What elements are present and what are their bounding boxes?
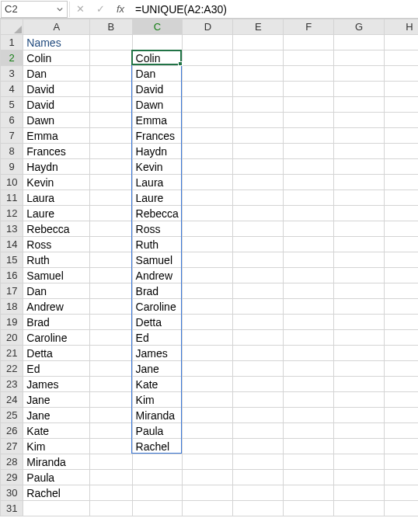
cell-E28[interactable] xyxy=(233,454,284,470)
cell-E17[interactable] xyxy=(233,283,284,299)
cell-D29[interactable] xyxy=(183,470,233,485)
cell-E4[interactable] xyxy=(233,82,284,97)
row-header-30[interactable]: 30 xyxy=(1,485,23,501)
row-header-25[interactable]: 25 xyxy=(1,408,23,423)
cell-C9[interactable]: Kevin xyxy=(132,159,183,175)
cell-B22[interactable] xyxy=(90,361,132,377)
column-header-C[interactable]: C xyxy=(132,19,183,35)
cell-A24[interactable]: Jane xyxy=(23,392,90,408)
row-header-16[interactable]: 16 xyxy=(1,268,23,283)
cell-D18[interactable] xyxy=(183,299,233,315)
cell-E25[interactable] xyxy=(233,408,284,423)
cell-H9[interactable] xyxy=(385,159,419,175)
cell-G17[interactable] xyxy=(334,283,385,299)
cell-E31[interactable] xyxy=(233,501,284,516)
cell-F21[interactable] xyxy=(284,346,334,361)
cell-D8[interactable] xyxy=(183,144,233,159)
cell-F25[interactable] xyxy=(284,408,334,423)
cell-E16[interactable] xyxy=(233,268,284,283)
cell-A29[interactable]: Paula xyxy=(23,470,90,485)
row-header-9[interactable]: 9 xyxy=(1,159,23,175)
cell-C14[interactable]: Ruth xyxy=(132,237,183,252)
cell-F9[interactable] xyxy=(284,159,334,175)
cell-A12[interactable]: Laure xyxy=(23,206,90,221)
cell-B5[interactable] xyxy=(90,97,132,113)
cell-C12[interactable]: Rebecca xyxy=(132,206,183,221)
row-header-5[interactable]: 5 xyxy=(1,97,23,113)
cell-F11[interactable] xyxy=(284,190,334,206)
cell-F14[interactable] xyxy=(284,237,334,252)
cell-C22[interactable]: Jane xyxy=(132,361,183,377)
cell-H29[interactable] xyxy=(385,470,419,485)
cell-C8[interactable]: Haydn xyxy=(132,144,183,159)
cell-F26[interactable] xyxy=(284,423,334,439)
cell-C30[interactable] xyxy=(132,485,183,501)
name-box[interactable]: C2 xyxy=(1,1,68,18)
cell-E19[interactable] xyxy=(233,315,284,330)
cell-A8[interactable]: Frances xyxy=(23,144,90,159)
cell-G30[interactable] xyxy=(334,485,385,501)
cell-C3[interactable]: Dan xyxy=(132,66,183,82)
cell-G8[interactable] xyxy=(334,144,385,159)
cell-A9[interactable]: Haydn xyxy=(23,159,90,175)
cell-D21[interactable] xyxy=(183,346,233,361)
cell-G10[interactable] xyxy=(334,175,385,190)
cell-C10[interactable]: Laura xyxy=(132,175,183,190)
cell-H23[interactable] xyxy=(385,377,419,392)
cell-E23[interactable] xyxy=(233,377,284,392)
cell-B28[interactable] xyxy=(90,454,132,470)
cell-H22[interactable] xyxy=(385,361,419,377)
cell-C29[interactable] xyxy=(132,470,183,485)
row-header-3[interactable]: 3 xyxy=(1,66,23,82)
cell-D6[interactable] xyxy=(183,113,233,128)
row-header-7[interactable]: 7 xyxy=(1,128,23,144)
cell-H6[interactable] xyxy=(385,113,419,128)
cell-F19[interactable] xyxy=(284,315,334,330)
spreadsheet-grid[interactable]: ABCDEFGH 1Names2ColinColin3DanDan4DavidD… xyxy=(0,19,418,516)
cell-G25[interactable] xyxy=(334,408,385,423)
cell-D24[interactable] xyxy=(183,392,233,408)
cell-B9[interactable] xyxy=(90,159,132,175)
cell-B11[interactable] xyxy=(90,190,132,206)
cell-B18[interactable] xyxy=(90,299,132,315)
row-header-27[interactable]: 27 xyxy=(1,439,23,454)
row-header-2[interactable]: 2 xyxy=(1,50,23,66)
cell-C26[interactable]: Paula xyxy=(132,423,183,439)
cell-F10[interactable] xyxy=(284,175,334,190)
cell-C7[interactable]: Frances xyxy=(132,128,183,144)
cell-D5[interactable] xyxy=(183,97,233,113)
column-header-E[interactable]: E xyxy=(233,19,284,35)
cell-F13[interactable] xyxy=(284,221,334,237)
cell-H16[interactable] xyxy=(385,268,419,283)
cell-B6[interactable] xyxy=(90,113,132,128)
cell-H15[interactable] xyxy=(385,252,419,268)
cell-A5[interactable]: David xyxy=(23,97,90,113)
cell-D20[interactable] xyxy=(183,330,233,346)
cell-B4[interactable] xyxy=(90,82,132,97)
cell-D2[interactable] xyxy=(183,50,233,66)
cell-F7[interactable] xyxy=(284,128,334,144)
cell-A18[interactable]: Andrew xyxy=(23,299,90,315)
cell-C27[interactable]: Rachel xyxy=(132,439,183,454)
cell-A22[interactable]: Ed xyxy=(23,361,90,377)
cell-H12[interactable] xyxy=(385,206,419,221)
cell-D15[interactable] xyxy=(183,252,233,268)
cell-F1[interactable] xyxy=(284,35,334,50)
row-header-10[interactable]: 10 xyxy=(1,175,23,190)
row-header-31[interactable]: 31 xyxy=(1,501,23,516)
cell-B31[interactable] xyxy=(90,501,132,516)
column-header-B[interactable]: B xyxy=(90,19,132,35)
cell-E2[interactable] xyxy=(233,50,284,66)
cell-E8[interactable] xyxy=(233,144,284,159)
cell-H3[interactable] xyxy=(385,66,419,82)
cell-G15[interactable] xyxy=(334,252,385,268)
cell-F27[interactable] xyxy=(284,439,334,454)
column-header-A[interactable]: A xyxy=(23,19,90,35)
cell-D7[interactable] xyxy=(183,128,233,144)
cell-B24[interactable] xyxy=(90,392,132,408)
cell-G16[interactable] xyxy=(334,268,385,283)
cell-B29[interactable] xyxy=(90,470,132,485)
cell-A15[interactable]: Ruth xyxy=(23,252,90,268)
cell-G19[interactable] xyxy=(334,315,385,330)
cell-G2[interactable] xyxy=(334,50,385,66)
